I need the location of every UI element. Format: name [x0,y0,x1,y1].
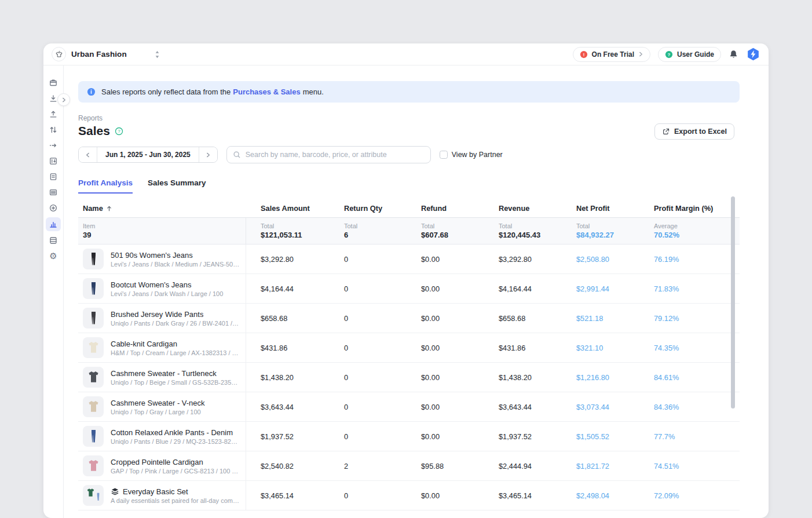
table-scrollbar-thumb[interactable] [731,196,735,408]
workspace-name[interactable]: Urban Fashion [71,50,127,59]
stock-adjust-icon[interactable] [46,123,60,136]
product-attributes: Uniqlo / Pants / Dark Gray / 26 / BW-240… [111,320,240,327]
product-attributes: A daily essentials set paired for all-da… [111,497,240,504]
app-body: ⚙ Sales reports only reflect data from t… [43,65,769,518]
add-new-icon[interactable] [46,202,60,214]
refund-cell: $0.00 [407,314,484,323]
info-icon [87,87,96,96]
table-row[interactable]: Cashmere Sweater - V-neck Uniqlo / Top /… [78,392,740,422]
tab-profit-analysis[interactable]: Profit Analysis [78,178,133,194]
date-range-picker: Jun 1, 2025 - Jun 30, 2025 [78,147,218,163]
purchases-sales-icon[interactable] [46,170,60,183]
sidebar: ⚙ [43,65,64,518]
product-cell: Bootcut Women's Jeans Levi's / Jeans / D… [78,274,246,303]
data-center-icon[interactable] [46,234,60,247]
summary-revenue: Total $120,445.43 [484,218,562,244]
column-header-sales-amount[interactable]: Sales Amount [246,204,330,213]
sort-ascending-icon [106,205,112,212]
inventory-count-icon[interactable] [46,155,60,167]
app-logo-button[interactable] [746,47,760,61]
table-row[interactable]: Cashmere Sweater - Turtleneck Uniqlo / T… [78,363,740,392]
column-header-revenue[interactable]: Revenue [484,204,562,213]
profit-margin-cell: 79.12% [639,314,740,323]
summary-item-count: Item 39 [78,218,246,244]
product-attributes: H&M / Top / Cream / Large / AX-1382313 /… [111,349,240,356]
user-guide-button[interactable]: ? User Guide [658,47,721,62]
column-header-name[interactable]: Name [78,204,246,213]
sidebar-collapse-button[interactable] [57,93,70,106]
return-qty-cell: 2 [330,462,407,470]
help-icon[interactable]: ? [115,127,123,136]
top-bar: Urban Fashion ! On Free Trial ? User Gui… [43,43,769,65]
free-trial-label: On Free Trial [592,50,634,59]
profit-margin-cell: 84.61% [639,373,740,382]
banner-text-after: menu. [303,87,324,96]
notifications-button[interactable] [729,49,738,60]
search-box [226,146,431,163]
table-row[interactable]: Bootcut Women's Jeans Levi's / Jeans / D… [78,274,740,304]
free-trial-button[interactable]: ! On Free Trial [573,47,650,62]
workspace-switcher[interactable] [155,50,160,59]
net-profit-cell: $321.10 [562,344,639,352]
summary-profit-margin: Average 70.52% [639,218,740,244]
product-thumbnail [83,455,104,476]
stock-move-icon[interactable] [46,139,60,152]
table-row[interactable]: Cable-knit Cardigan H&M / Top / Cream / … [78,333,740,363]
export-icon [662,127,670,136]
product-name: Bootcut Women's Jeans [111,280,192,289]
table-row[interactable]: Brushed Jersey Wide Pants Uniqlo / Pants… [78,304,740,333]
table-row[interactable]: Everyday Basic Set A daily essentials se… [78,481,740,510]
column-header-refund[interactable]: Refund [407,204,484,213]
prev-period-button[interactable] [79,147,97,162]
revenue-cell: $1,937.52 [484,432,562,441]
refund-cell: $0.00 [407,403,484,411]
product-attributes: Uniqlo / Top / Gray / Large / 100 [111,408,240,415]
refund-cell: $95.88 [407,462,484,470]
net-profit-cell: $2,991.44 [562,284,639,293]
column-header-profit-margin[interactable]: Profit Margin (%) [639,204,740,213]
revenue-cell: $3,465.14 [484,491,562,500]
sales-amount-cell: $3,292.80 [246,255,330,264]
column-header-return-qty[interactable]: Return Qty [330,204,407,213]
product-thumbnail [83,278,104,299]
main-content: Sales reports only reflect data from the… [64,65,769,518]
return-qty-cell: 0 [330,403,407,411]
view-by-partner-checkbox[interactable] [440,151,448,159]
view-by-partner-label: View by Partner [452,151,503,159]
settings-icon[interactable]: ⚙ [46,250,60,262]
items-box-icon[interactable] [46,76,60,89]
table-row[interactable]: Cropped Pointelle Cardigan GAP / Top / P… [78,451,740,481]
export-to-excel-button[interactable]: Export to Excel [654,123,734,140]
user-guide-label: User Guide [677,50,714,59]
profit-margin-cell: 71.83% [639,284,740,293]
reports-icon[interactable] [46,217,61,231]
app-window: Urban Fashion ! On Free Trial ? User Gui… [43,43,769,518]
profit-margin-cell: 74.51% [639,462,740,470]
page-header: Reports Sales ? Export to Excel [78,114,740,138]
return-qty-cell: 0 [330,344,407,352]
product-cell: Brushed Jersey Wide Pants Uniqlo / Pants… [78,304,246,333]
banner-text: Sales reports only reflect data from the… [101,87,324,96]
product-attributes: Levi's / Jeans / Dark Wash / Large / 100 [111,290,240,297]
search-input[interactable] [246,151,425,159]
sales-amount-cell: $1,937.52 [246,432,330,441]
barcode-label-icon[interactable] [46,186,60,199]
stock-out-icon[interactable] [46,108,60,121]
return-qty-cell: 0 [330,373,407,382]
product-attributes: Uniqlo / Pants / Blue / 29 / MQ-23-1523-… [111,438,240,445]
table-row[interactable]: Cotton Relaxed Ankle Pants - Denim Uniql… [78,422,740,451]
next-period-button[interactable] [199,147,217,162]
page-title: Sales [78,124,110,138]
column-header-net-profit[interactable]: Net Profit [562,204,639,213]
summary-row: Item 39 Total $121,053.11 Total 6 Total … [78,218,740,245]
purchases-sales-link[interactable]: Purchases & Sales [233,87,300,96]
product-name: Everyday Basic Set [123,487,188,496]
chevron-right-icon [61,97,67,103]
tab-sales-summary[interactable]: Sales Summary [148,178,206,194]
return-qty-cell: 0 [330,255,407,264]
date-range-label[interactable]: Jun 1, 2025 - Jun 30, 2025 [97,147,199,162]
product-thumbnail [83,249,104,269]
view-by-partner-toggle[interactable]: View by Partner [440,151,503,159]
table-row[interactable]: 501 90s Women's Jeans Levi's / Jeans / B… [78,245,740,274]
profit-margin-cell: 72.09% [639,491,740,500]
